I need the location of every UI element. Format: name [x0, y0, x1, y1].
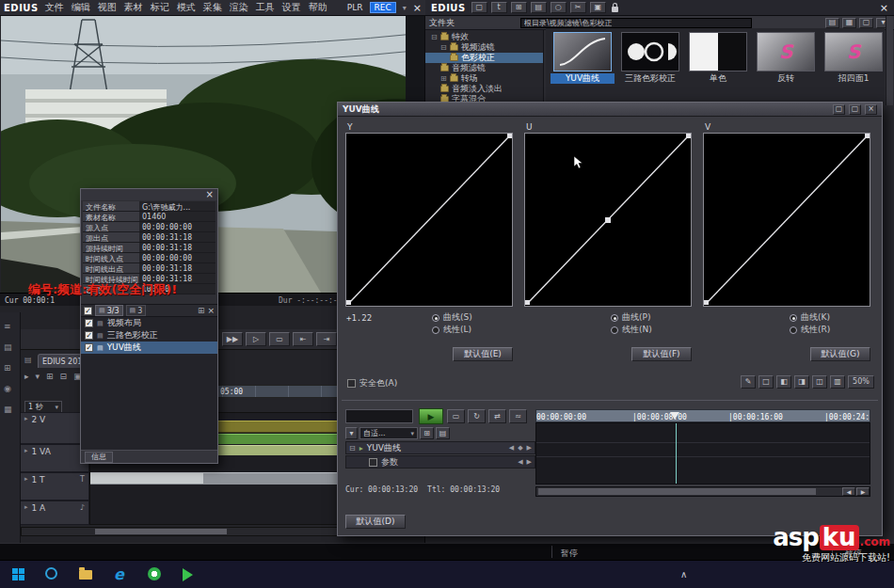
search-icon[interactable] [45, 567, 57, 580]
kf-track-area[interactable] [535, 422, 870, 485]
track-header-t[interactable]: ▸ 1 T T [21, 472, 89, 501]
track-header-a[interactable]: ▸ 1 A ♪ [21, 501, 89, 525]
v-linear-radio[interactable]: 线性(R) [790, 324, 870, 336]
rec-button[interactable]: REC [370, 2, 396, 13]
bin-toolbar-icon[interactable]: ▢ [471, 2, 487, 13]
u-default-button[interactable]: 默认值(F) [631, 347, 692, 361]
transport-button[interactable]: ⇤ [293, 332, 313, 346]
filter-checkbox[interactable]: ✓ [85, 319, 93, 327]
scroll-left-icon[interactable]: ◀ [842, 487, 855, 496]
add-keyframe-icon[interactable]: ◆ [518, 444, 522, 452]
preview-split-icon[interactable]: □ [758, 375, 774, 389]
y-default-button[interactable]: 默认值(E) [453, 347, 513, 361]
menu-item[interactable]: 帮助 [309, 1, 327, 14]
checkbox-icon[interactable] [347, 379, 356, 388]
tray-chevron-up-icon[interactable]: ∧ [680, 569, 687, 580]
transport-button[interactable]: ▷ [246, 332, 266, 346]
effect-monochrome[interactable]: 单色 [686, 32, 750, 84]
path-bar[interactable]: 根目录\视频滤镜\色彩校正 [520, 18, 752, 28]
tree-item-transitions[interactable]: ⊞ 转场 [425, 73, 543, 84]
filter-item-three-way-cc[interactable]: ✓ ▤ 三路色彩校正 [81, 329, 217, 342]
dialog-default-button[interactable]: 默认值(D) [345, 515, 406, 529]
strip-tool-icon[interactable]: ◉ [4, 384, 12, 393]
prev-keyframe-icon[interactable]: ◀ [518, 458, 522, 466]
plr-label[interactable]: PLR [347, 3, 363, 12]
kf-h-scrollbar[interactable]: ◀ ▶ [535, 486, 870, 497]
keyframe-nav[interactable]: ◀ ◆ ▶ [509, 444, 532, 452]
tree-item-effects[interactable]: ⊟ 特效 [425, 32, 543, 42]
filter-item-video-layout[interactable]: ✓ ▤ 视频布局 [81, 317, 217, 329]
edius-app-icon[interactable] [183, 568, 193, 581]
tree-item-color-correction[interactable]: 色彩校正 [425, 53, 543, 63]
u-curve-editor[interactable] [524, 133, 692, 307]
speaker-icon[interactable]: ♪ [80, 503, 85, 512]
bin-toolbar-icon[interactable]: ✂ [570, 2, 586, 13]
kf-row-filter[interactable]: ⊟ ▸ YUV曲线 ◀ ◆ ▶ [345, 441, 535, 454]
kf-transport-icon[interactable]: ↻ [468, 409, 486, 423]
u-curve-radio[interactable]: 曲线(P) [611, 311, 692, 324]
tab-page-1[interactable]: ▤ 3/3 [95, 305, 123, 316]
timeline-tool-icon[interactable]: ▸ [24, 372, 29, 381]
preview-zoom-button[interactable]: 50% [848, 375, 874, 389]
filters-master-checkbox[interactable]: ✓ [84, 307, 92, 315]
next-keyframe-icon[interactable]: ▶ [527, 444, 532, 452]
info-footer-tab[interactable]: 信息 [85, 452, 113, 463]
edge-browser-icon[interactable]: e [114, 565, 124, 583]
kf-transport-icon[interactable]: ⇄ [488, 409, 506, 423]
bin-toolbar-icon[interactable]: ○ [551, 2, 567, 13]
kf-transport-icon[interactable]: ≈ [509, 409, 527, 423]
keyframe-nav[interactable]: ◀ ▶ [518, 458, 532, 466]
menu-item[interactable]: 模式 [177, 1, 196, 14]
transport-button[interactable]: ▭ [269, 332, 290, 346]
timeline-tool-icon[interactable]: ⊞ [46, 372, 54, 381]
menu-item[interactable]: 视图 [98, 1, 117, 14]
safe-color-checkbox[interactable]: 安全色(A) [347, 377, 397, 389]
close-icon[interactable]: × [880, 2, 888, 14]
file-explorer-icon[interactable] [79, 570, 92, 580]
menu-dropdown-icon[interactable]: ▾ [403, 4, 407, 12]
chevron-down-icon[interactable]: ▾ [345, 427, 358, 439]
menu-item[interactable]: 标记 [151, 1, 169, 14]
strip-tool-icon[interactable]: ▤ [4, 342, 12, 352]
tree-item-video-filters[interactable]: ⊟ 视频滤镜 [425, 42, 543, 53]
bin-toolbar-icon[interactable]: ▤ [531, 2, 547, 13]
menu-item[interactable]: 采集 [203, 1, 222, 14]
bin-v-scrollbar[interactable] [886, 16, 893, 105]
scroll-right-icon[interactable]: ▶ [856, 487, 870, 496]
radio-icon[interactable] [432, 314, 439, 322]
effect-three-way-cc[interactable]: 三路色彩校正 [618, 32, 682, 84]
kf-transport-icon[interactable]: ▭ [447, 409, 465, 423]
close-icon[interactable]: × [207, 306, 215, 315]
preview-split-icon[interactable]: ◧ [776, 375, 791, 389]
preview-split-icon[interactable]: ◨ [794, 375, 809, 389]
close-icon[interactable]: × [413, 2, 422, 14]
menu-item[interactable]: 素材 [124, 1, 143, 14]
tree-item-audio-filters[interactable]: 音频滤镜 [425, 63, 543, 73]
v-default-button[interactable]: 默认值(G) [810, 347, 870, 361]
view-mode-icon[interactable]: ▢ [859, 18, 873, 28]
strip-tool-icon[interactable]: ⊞ [4, 363, 12, 373]
menu-item[interactable]: 工具 [256, 1, 275, 14]
y-curve-editor[interactable] [345, 133, 513, 307]
fit-dropdown[interactable]: 自适... ▾ [359, 427, 418, 439]
lock-icon[interactable] [612, 7, 618, 12]
expand-icon[interactable]: ⊞ [440, 74, 447, 83]
expand-icon[interactable]: ⊟ [349, 444, 356, 453]
maximize-icon[interactable]: ▢ [849, 104, 861, 115]
bin-toolbar-icon[interactable]: ▣ [590, 2, 606, 13]
kf-play-button[interactable]: ▶ [419, 408, 443, 424]
kf-value-box[interactable] [345, 409, 413, 423]
scrollbar-thumb[interactable] [95, 529, 227, 534]
y-linear-radio[interactable]: 线性(L) [432, 324, 513, 336]
effect-invert[interactable]: S 反转 [754, 32, 818, 84]
prev-keyframe-icon[interactable]: ◀ [509, 444, 514, 452]
radio-icon[interactable] [611, 326, 618, 334]
minimize-icon[interactable]: ▢ [833, 104, 845, 115]
settings-icon[interactable]: ⊞ [198, 306, 205, 315]
menu-item[interactable]: 文件 [45, 1, 64, 14]
radio-icon[interactable] [790, 326, 797, 334]
pencil-icon[interactable]: ✎ [741, 375, 756, 389]
view-mode-icon[interactable]: ▤ [825, 18, 839, 28]
bin-toolbar-icon[interactable]: ⊞ [511, 2, 527, 13]
menu-item[interactable]: 设置 [282, 1, 301, 14]
